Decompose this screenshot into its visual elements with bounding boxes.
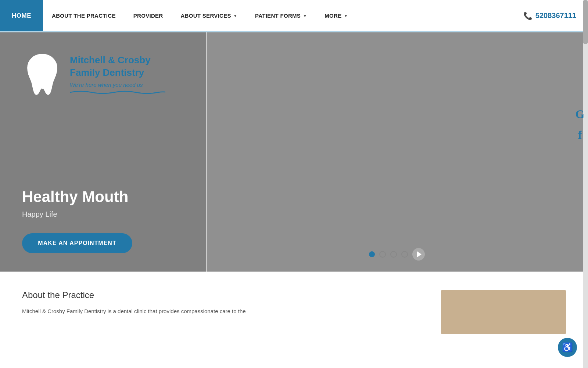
slider-dot-3[interactable] xyxy=(390,251,397,258)
nav-more[interactable]: MORE ▼ xyxy=(316,0,356,31)
logo-subtitle: We're here when you need us xyxy=(70,82,165,88)
hero-heading: Healthy Mouth xyxy=(22,188,184,206)
slider-dot-1[interactable] xyxy=(369,251,375,257)
about-text: About the Practice Mitchell & Crosby Fam… xyxy=(22,290,426,334)
phone-icon: 📞 xyxy=(523,11,533,20)
nav-items: ABOUT THE PRACTICE PROVIDER ABOUT SERVIC… xyxy=(43,0,512,31)
nav-about-practice[interactable]: ABOUT THE PRACTICE xyxy=(43,0,125,31)
logo-text: Mitchell & Crosby Family Dentistry We're… xyxy=(70,54,165,96)
play-icon xyxy=(417,251,422,257)
nav-about-services[interactable]: ABOUT SERVICES ▼ xyxy=(172,0,246,31)
facebook-link[interactable]: f xyxy=(572,127,588,143)
about-body: Mitchell & Crosby Family Dentistry is a … xyxy=(22,307,426,316)
logo-area: Mitchell & Crosby Family Dentistry We're… xyxy=(22,51,184,99)
about-services-chevron: ▼ xyxy=(233,14,237,18)
slider-play-button[interactable] xyxy=(412,248,425,261)
navigation: HOME ABOUT THE PRACTICE PROVIDER ABOUT S… xyxy=(0,0,588,32)
nav-home[interactable]: HOME xyxy=(0,0,43,31)
below-fold-section: About the Practice Mitchell & Crosby Fam… xyxy=(0,272,588,334)
scrollbar-thumb[interactable] xyxy=(583,0,588,44)
scrollbar-track xyxy=(583,0,588,334)
slider-dot-4[interactable] xyxy=(401,251,408,258)
about-image xyxy=(441,290,566,334)
more-chevron: ▼ xyxy=(344,14,348,18)
logo-title: Mitchell & Crosby Family Dentistry xyxy=(70,54,165,79)
nav-provider[interactable]: PROVIDER xyxy=(125,0,172,31)
hero-subheading: Happy Life xyxy=(22,210,184,219)
hero-right-panel xyxy=(206,32,588,272)
hero-divider xyxy=(206,32,207,272)
patient-forms-chevron: ▼ xyxy=(303,14,307,18)
nav-phone[interactable]: 📞 5208367111 xyxy=(512,0,588,31)
about-title: About the Practice xyxy=(22,290,426,300)
logo-underline-wave xyxy=(70,89,165,94)
hero-left-panel: Mitchell & Crosby Family Dentistry We're… xyxy=(0,32,206,272)
hero-section: Mitchell & Crosby Family Dentistry We're… xyxy=(0,32,588,272)
make-appointment-button[interactable]: MAKE AN APPOINTMENT xyxy=(22,233,132,253)
tooth-logo xyxy=(22,51,62,99)
nav-patient-forms[interactable]: PATIENT FORMS ▼ xyxy=(246,0,316,31)
google-link[interactable]: G xyxy=(572,106,588,122)
slider-dot-2[interactable] xyxy=(379,251,386,258)
slider-controls xyxy=(369,248,425,261)
social-sidebar: G f xyxy=(572,106,588,143)
